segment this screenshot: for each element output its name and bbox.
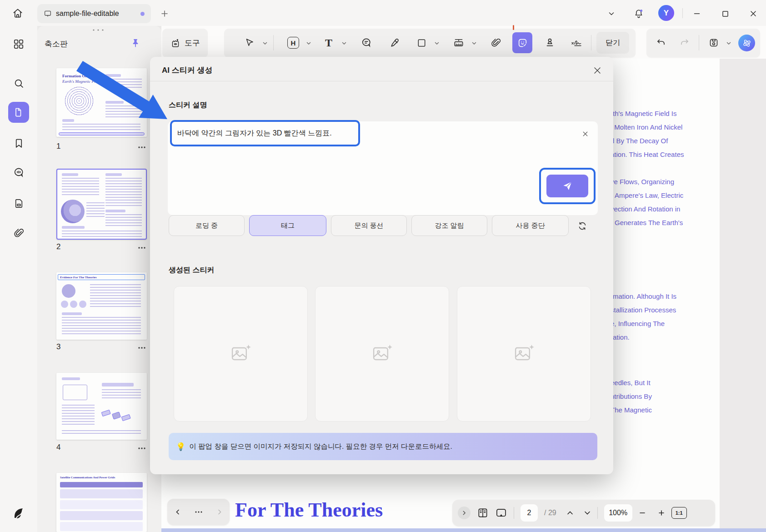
tag-button-speech-bubble[interactable]: 문의 풍선 bbox=[331, 215, 407, 236]
form-document-icon bbox=[13, 198, 25, 209]
tool-heading-chevron[interactable] bbox=[306, 40, 311, 46]
tool-select-chevron[interactable] bbox=[262, 40, 268, 46]
page-thumbnail-4[interactable] bbox=[56, 373, 147, 440]
thumb5-heading: Satellite Communications And Power Grids bbox=[60, 476, 115, 479]
refresh-icon bbox=[577, 221, 588, 231]
sidebar-item-pages[interactable] bbox=[8, 102, 29, 123]
tool-measure[interactable] bbox=[449, 32, 469, 53]
more-pages-icon[interactable] bbox=[195, 511, 202, 513]
actual-size-button[interactable]: 1:1 bbox=[671, 507, 687, 519]
dialog-close-button[interactable] bbox=[590, 63, 605, 78]
sidebar-item-attachments[interactable] bbox=[12, 226, 25, 240]
generated-sticker-slot-3[interactable] bbox=[457, 286, 591, 422]
close-icon bbox=[750, 10, 757, 17]
tool-shape[interactable] bbox=[411, 32, 431, 53]
pin-panel-button[interactable] bbox=[129, 36, 142, 50]
redo-icon bbox=[679, 37, 690, 48]
maximize-button[interactable] bbox=[719, 7, 731, 20]
notifications-button[interactable] bbox=[632, 7, 645, 20]
next-section-icon[interactable] bbox=[216, 509, 223, 515]
page-thumbnail-2[interactable] bbox=[56, 169, 147, 240]
doc-text-line: rth's Magnetic Field Is bbox=[611, 110, 676, 117]
page-up-icon[interactable] bbox=[566, 509, 574, 517]
tool-ai-sticker[interactable] bbox=[512, 32, 532, 53]
tools-tab-label: 도구 bbox=[185, 38, 200, 48]
generated-sticker-slot-1[interactable] bbox=[174, 286, 308, 422]
doc-text-line: ration. bbox=[611, 333, 630, 341]
tool-comment[interactable] bbox=[356, 32, 376, 53]
minimize-button[interactable] bbox=[691, 7, 703, 20]
tag-button-deprecated[interactable]: 사용 중단 bbox=[492, 215, 569, 236]
close-tool-button[interactable]: 닫기 bbox=[596, 32, 629, 54]
undo-button[interactable] bbox=[651, 32, 671, 53]
expand-statusbar-button[interactable] bbox=[458, 507, 471, 519]
tabs-dropdown-button[interactable] bbox=[605, 7, 618, 20]
bookmark-icon bbox=[13, 138, 25, 149]
unsaved-dot bbox=[140, 12, 145, 16]
thumb4-more-button[interactable] bbox=[136, 444, 147, 453]
page-down-icon[interactable] bbox=[584, 509, 591, 517]
tool-heading[interactable]: H bbox=[283, 32, 303, 53]
tag-button-loading[interactable]: 로딩 중 bbox=[169, 215, 245, 236]
zoom-out-icon[interactable] bbox=[639, 509, 646, 517]
tool-shape-chevron[interactable] bbox=[434, 40, 440, 46]
home-button[interactable] bbox=[11, 6, 25, 20]
generate-sticker-button[interactable] bbox=[546, 175, 588, 197]
paperclip-icon bbox=[13, 227, 25, 239]
document-gutter bbox=[720, 59, 766, 532]
sidebar-item-bookmarks[interactable] bbox=[12, 136, 25, 150]
new-tab-button[interactable] bbox=[158, 7, 171, 20]
zoom-in-icon[interactable] bbox=[658, 509, 665, 517]
ai-assistant-button[interactable] bbox=[738, 35, 755, 51]
tool-pen[interactable] bbox=[385, 32, 405, 53]
tool-stamp[interactable] bbox=[540, 32, 560, 53]
toolbar-divider-3 bbox=[699, 35, 699, 50]
doc-text-line: The Magnetic bbox=[611, 406, 652, 414]
panel-drag-handle[interactable] bbox=[89, 27, 107, 33]
tool-signature[interactable] bbox=[567, 32, 587, 53]
reading-mode-icon[interactable] bbox=[477, 507, 489, 519]
sidebar-item-comments[interactable] bbox=[12, 166, 25, 179]
save-button[interactable] bbox=[704, 32, 724, 53]
image-placeholder-icon bbox=[370, 343, 394, 365]
sidebar-item-fields[interactable] bbox=[12, 196, 25, 210]
refresh-tags-button[interactable] bbox=[576, 219, 589, 233]
close-window-button[interactable] bbox=[747, 7, 760, 20]
clear-prompt-button[interactable] bbox=[579, 128, 591, 140]
tool-attachment[interactable] bbox=[486, 32, 506, 53]
image-placeholder-icon bbox=[512, 343, 536, 365]
tag-button-tag[interactable]: 태그 bbox=[249, 215, 326, 236]
attachment-paperclip-icon bbox=[490, 37, 501, 49]
pin-icon bbox=[130, 38, 141, 49]
page-thumbnail-5[interactable]: Satellite Communications And Power Grids bbox=[56, 473, 147, 532]
account-avatar[interactable]: Y bbox=[658, 5, 674, 21]
pen-icon bbox=[389, 37, 401, 49]
view-statusbar: 2 / 29 100% 1:1 bbox=[452, 500, 715, 526]
prev-section-icon[interactable] bbox=[175, 509, 181, 515]
redo-button[interactable] bbox=[675, 32, 695, 53]
zoom-level-field[interactable]: 100% bbox=[604, 504, 632, 522]
prompt-input-value[interactable]: 바닥에 약간의 그림자가 있는 3D 빨간색 느낌표. bbox=[177, 129, 332, 138]
save-chevron[interactable] bbox=[726, 40, 731, 46]
thumb1-more-button[interactable] bbox=[136, 143, 147, 152]
prompt-highlight-box: 바닥에 약간의 그림자가 있는 3D 빨간색 느낌표. bbox=[170, 120, 360, 146]
thumb2-more-button[interactable] bbox=[136, 243, 147, 252]
generated-sticker-slot-2[interactable] bbox=[315, 286, 449, 422]
document-tab[interactable]: sample-file-editable bbox=[37, 4, 151, 23]
presentation-mode-icon[interactable] bbox=[495, 507, 507, 519]
page-number-field[interactable]: 2 bbox=[521, 504, 538, 522]
tool-text[interactable]: T bbox=[319, 32, 339, 53]
page-thumbnail-3[interactable]: Evidence For The Theories bbox=[56, 272, 147, 340]
tag-label: 사용 중단 bbox=[516, 221, 545, 230]
tool-measure-chevron[interactable] bbox=[471, 40, 477, 46]
sidebar-item-search[interactable] bbox=[12, 76, 25, 90]
thumb3-page-number: 3 bbox=[56, 342, 60, 351]
grid-icon bbox=[13, 38, 25, 50]
tag-button-highlight-alert[interactable]: 강조 알림 bbox=[411, 215, 487, 236]
tool-select[interactable] bbox=[240, 32, 260, 53]
thumb3-more-button[interactable] bbox=[136, 343, 147, 352]
clear-x-icon bbox=[582, 130, 589, 137]
tool-text-chevron[interactable] bbox=[341, 40, 347, 46]
page-nav-pill[interactable] bbox=[167, 499, 230, 525]
sidebar-item-apps[interactable] bbox=[12, 37, 25, 51]
